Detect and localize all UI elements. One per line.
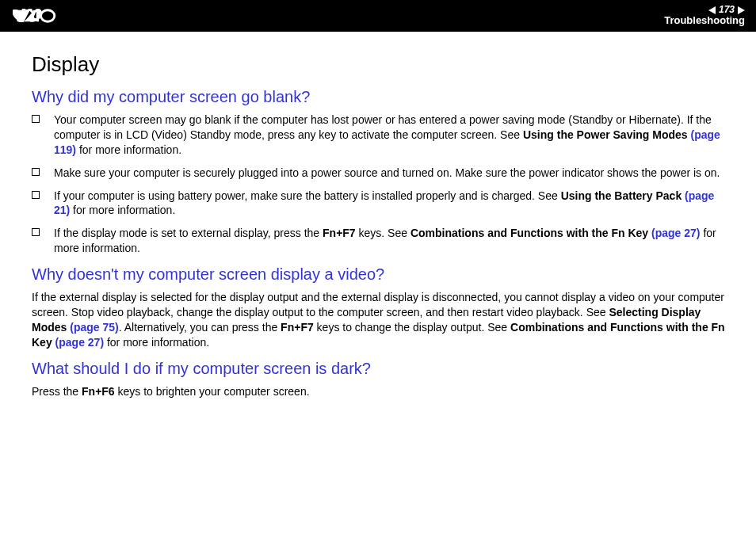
list-item-text: If your computer is using battery power,… xyxy=(54,189,729,219)
list-item: If the display mode is set to external d… xyxy=(32,226,729,256)
svg-rect-0 xyxy=(36,10,39,21)
question-heading-1: Why did my computer screen go blank? xyxy=(32,88,729,106)
header-right: 173 Troubleshooting xyxy=(664,5,745,26)
bullet-icon xyxy=(32,191,40,199)
list-item-text: If the display mode is set to external d… xyxy=(54,226,729,256)
body-paragraph: If the external display is selected for … xyxy=(32,290,729,350)
question-heading-2: Why doesn't my computer screen display a… xyxy=(32,265,729,284)
page-link[interactable]: (page 27) xyxy=(55,336,104,349)
prev-page-icon[interactable] xyxy=(708,6,716,14)
page-link[interactable]: (page 27) xyxy=(651,227,700,239)
question-heading-3: What should I do if my computer screen i… xyxy=(32,360,729,378)
next-page-icon[interactable] xyxy=(738,6,745,14)
page: 173 Troubleshooting Display Why did my c… xyxy=(0,0,756,534)
section-label: Troubleshooting xyxy=(664,15,745,26)
content: Display Why did my computer screen go bl… xyxy=(0,32,756,407)
list-item-text: Make sure your computer is securely plug… xyxy=(54,166,720,181)
vaio-logo xyxy=(13,9,89,23)
svg-point-1 xyxy=(41,10,55,21)
bullet-icon xyxy=(32,228,40,236)
list-item: Make sure your computer is securely plug… xyxy=(32,166,729,181)
bullet-icon xyxy=(32,115,40,123)
page-title: Display xyxy=(32,52,729,77)
bullet-list-1: Your computer screen may go blank if the… xyxy=(32,113,729,256)
list-item: Your computer screen may go blank if the… xyxy=(32,113,729,158)
body-paragraph: Press the Fn+F6 keys to brighten your co… xyxy=(32,384,729,399)
header-bar: 173 Troubleshooting xyxy=(0,0,756,32)
bullet-icon xyxy=(32,168,40,176)
list-item: If your computer is using battery power,… xyxy=(32,189,729,219)
page-link[interactable]: (page 75) xyxy=(70,321,118,334)
list-item-text: Your computer screen may go blank if the… xyxy=(54,113,729,158)
